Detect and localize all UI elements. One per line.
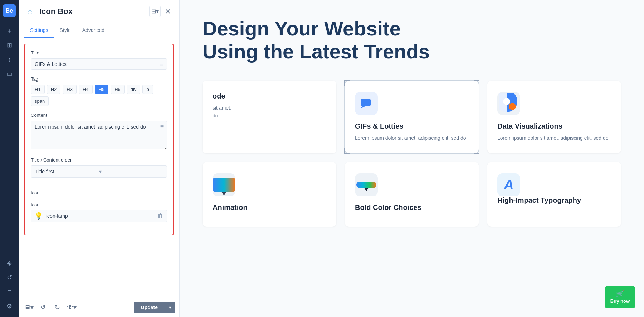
title-input[interactable] — [35, 61, 160, 67]
card-gifs-lotties: GIFs & Lotties Lorem ipsum dolor sit ame… — [345, 81, 479, 153]
svg-rect-0 — [361, 99, 371, 106]
undo-button[interactable]: ↺ — [37, 302, 49, 313]
trash-icon[interactable]: 🗑 — [157, 213, 163, 219]
bold-color-triangle — [364, 188, 369, 191]
bold-color-bar — [356, 182, 376, 188]
tag-h3[interactable]: H3 — [63, 85, 77, 94]
card-bold-color-title: Bold Color Choices — [355, 203, 469, 212]
tag-h4[interactable]: H4 — [79, 85, 93, 94]
icon-input-row: 💡 🗑 — [31, 210, 167, 222]
left-icon-bar: Be ＋ ⊞ ↕ ▭ ◈ ↺ ≡ ⚙ — [0, 0, 19, 317]
icon-name-input[interactable] — [46, 213, 154, 219]
content-textarea[interactable]: Lorem ipsum dolor sit amet, adipiscing e… — [31, 121, 167, 149]
tag-field-label: Tag — [31, 76, 167, 82]
add-icon[interactable]: ＋ — [3, 24, 16, 37]
update-dropdown-button[interactable]: ▾ — [165, 302, 175, 313]
card-typography-icon-wrapper: A — [497, 173, 520, 196]
tag-row: H1 H2 H3 H4 H5 H6 div p span — [31, 85, 167, 106]
icon-field-label: Icon — [31, 202, 167, 207]
card-animation: Animation — [203, 162, 336, 227]
layout-icon[interactable]: ▭ — [3, 67, 16, 80]
card-data-viz-title: Data Visualizations — [497, 122, 611, 130]
sort-icon[interactable]: ↕ — [3, 53, 16, 66]
hero-title: Design Your Website Using the Latest Tre… — [203, 17, 453, 63]
panel-close-button[interactable]: ✕ — [162, 6, 174, 17]
buy-now-label: Buy now — [610, 298, 630, 304]
data-viz-icon — [499, 93, 519, 114]
update-btn-group: Update ▾ — [134, 302, 175, 313]
title-field-label: Title — [31, 50, 167, 56]
data-viz-svg — [499, 93, 517, 112]
tab-settings[interactable]: Settings — [24, 23, 54, 38]
order-dropdown[interactable]: Title first ▾ — [31, 165, 167, 178]
buy-now-button[interactable]: 🛒 Buy now — [605, 286, 635, 308]
typography-letter: A — [504, 177, 513, 193]
tag-p[interactable]: p — [142, 85, 153, 94]
bold-color-icon — [355, 173, 378, 196]
card-data-viz-desc: Lorem ipsum dolor sit amet, adipiscing e… — [497, 134, 611, 142]
tab-advanced[interactable]: Advanced — [77, 23, 110, 38]
settings-gear-icon[interactable]: ⚙ — [3, 300, 16, 313]
card-code-desc: sit amet,do — [213, 104, 326, 120]
content-field-label: Content — [31, 112, 167, 118]
icon-field-section: Icon 💡 🗑 — [31, 202, 167, 222]
tag-h5[interactable]: H5 — [95, 85, 109, 94]
card-data-viz: Data Visualizations Lorem ipsum dolor si… — [487, 81, 621, 153]
svg-point-4 — [503, 98, 510, 105]
tag-h1[interactable]: H1 — [31, 85, 45, 94]
animation-icon — [213, 178, 235, 192]
panel-icon: ☆ — [24, 6, 36, 17]
panel-header-actions: ⊟▾ ✕ — [149, 6, 174, 17]
settings-panel: ☆ Icon Box ⊟▾ ✕ Settings Style Advanced … — [19, 0, 180, 317]
settings-form: Title ≡ Tag H1 H2 H3 H4 H5 H6 div p — [24, 44, 174, 235]
panel-title: Icon Box — [39, 7, 146, 16]
card-code-title: ode — [213, 92, 326, 100]
corner-bracket-bl — [344, 148, 350, 154]
preview-button[interactable]: 👁▾ — [66, 302, 77, 313]
chat-icon — [360, 97, 373, 110]
title-input-row: ≡ — [31, 58, 167, 70]
card-gifs-desc: Lorem ipsum dolor sit amet, adipiscing e… — [355, 134, 469, 142]
panel-content: Title ≡ Tag H1 H2 H3 H4 H5 H6 div p — [19, 38, 179, 297]
panel-tabs: Settings Style Advanced — [19, 23, 179, 38]
history-icon[interactable]: ↺ — [3, 271, 16, 284]
tag-span[interactable]: span — [31, 96, 49, 106]
canvas-inner: Design Your Website Using the Latest Tre… — [180, 0, 644, 244]
svg-marker-1 — [361, 106, 365, 109]
cards-grid: ode sit amet,do GIFs & Lotties Lorem ips… — [203, 81, 621, 227]
tag-h6[interactable]: H6 — [111, 85, 125, 94]
title-field-section: Title ≡ — [31, 50, 167, 70]
tag-div[interactable]: div — [127, 85, 141, 94]
tab-style[interactable]: Style — [54, 23, 77, 38]
device-button[interactable]: 🖥▾ — [23, 302, 34, 313]
redo-button[interactable]: ↻ — [52, 302, 63, 313]
order-field-section: Title / Content order Title first ▾ — [31, 157, 167, 178]
be-logo[interactable]: Be — [3, 4, 16, 17]
card-bold-color: Bold Color Choices — [345, 162, 479, 227]
panel-options-button[interactable]: ⊟▾ — [149, 6, 161, 17]
card-typography-title: High-Impact Typography — [497, 196, 611, 205]
content-field-section: Content Lorem ipsum dolor sit amet, adip… — [31, 112, 167, 151]
card-bold-color-icon-wrapper — [355, 173, 378, 196]
filters-icon[interactable]: ≡ — [3, 285, 16, 298]
tag-field-section: Tag H1 H2 H3 H4 H5 H6 div p span — [31, 76, 167, 106]
tag-h2[interactable]: H2 — [47, 85, 61, 94]
grid-icon[interactable]: ⊞ — [3, 39, 16, 52]
title-field-icon: ≡ — [160, 61, 163, 67]
update-button[interactable]: Update — [134, 302, 165, 313]
icon-section-label: Icon — [31, 190, 167, 196]
main-canvas: ‹ Design Your Website Using the Latest T… — [180, 0, 644, 317]
layers-icon[interactable]: ◈ — [3, 257, 16, 270]
card-typography: A High-Impact Typography — [487, 162, 621, 227]
corner-bracket-tr — [474, 80, 479, 86]
icon-preview: 💡 — [35, 212, 43, 220]
card-animation-title: Animation — [213, 203, 326, 212]
order-dropdown-value: Title first — [35, 169, 99, 174]
card-data-viz-icon-wrapper — [497, 92, 520, 115]
cart-icon: 🛒 — [616, 290, 624, 298]
corner-bracket-br — [474, 148, 479, 154]
content-textarea-wrapper: Lorem ipsum dolor sit amet, adipiscing e… — [31, 121, 167, 151]
card-code: ode sit amet,do — [203, 81, 336, 153]
icon-section: Icon — [31, 190, 167, 196]
panel-header: ☆ Icon Box ⊟▾ ✕ — [19, 0, 179, 23]
